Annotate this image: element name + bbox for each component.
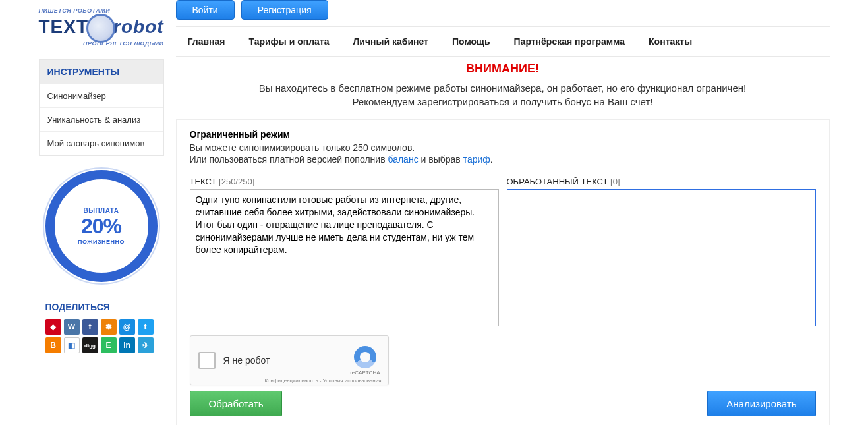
result-textarea[interactable] <box>507 189 816 326</box>
recaptcha-brand: reCAPTCHA <box>350 370 380 376</box>
analyze-button[interactable]: Анализировать <box>707 391 815 416</box>
source-label: ТЕКСТ [250/250] <box>190 177 499 186</box>
attention-block: ВНИМАНИЕ! Вы находитесь в бесплатном реж… <box>176 62 830 107</box>
share-ok-icon[interactable]: ✽ <box>101 319 117 335</box>
share-blogger-icon[interactable]: B <box>45 337 61 353</box>
mode-line-1: Вы можете синонимизировать только 250 си… <box>190 142 816 153</box>
result-counter: [0] <box>610 177 620 186</box>
logo-text-2: robot <box>113 16 164 37</box>
nav-help[interactable]: Помощь <box>440 27 502 56</box>
source-textarea[interactable] <box>190 189 499 326</box>
login-button[interactable]: Войти <box>176 0 235 20</box>
nav-account[interactable]: Личный кабинет <box>341 27 440 56</box>
brain-icon <box>86 14 115 43</box>
attention-line-1: Вы находитесь в бесплатном режиме работы… <box>176 82 830 94</box>
share-digg-icon[interactable]: digg <box>82 337 98 353</box>
sidebar-item-uniqueness[interactable]: Уникальность & анализ <box>40 107 163 131</box>
share-facebook-icon[interactable]: f <box>82 319 98 335</box>
process-button[interactable]: Обработать <box>190 391 283 416</box>
balance-link[interactable]: баланс <box>388 154 418 165</box>
sidebar-item-synonymizer[interactable]: Синонимайзер <box>40 84 163 107</box>
share-delicious-icon[interactable]: ◧ <box>64 337 80 353</box>
nav-pricing[interactable]: Тарифы и оплата <box>237 27 341 56</box>
attention-line-2: Рекомендуем зарегистрироваться и получит… <box>176 96 830 107</box>
badge-top-text: ВЫПЛАТА <box>83 207 119 214</box>
tariff-link[interactable]: тариф <box>463 154 490 165</box>
result-label: ОБРАБОТАННЫЙ ТЕКСТ [0] <box>507 177 816 186</box>
mode-line-2: Или пользоваться платной версией пополни… <box>190 154 816 165</box>
share-grid: ◆Wf✽@tB◧diggEin✈ <box>39 319 164 353</box>
share-vk-icon[interactable]: W <box>64 319 80 335</box>
mode-title: Ограниченный режим <box>190 129 816 140</box>
recaptcha-checkbox[interactable] <box>198 352 216 369</box>
nav-affiliate[interactable]: Партнёрская программа <box>502 27 637 56</box>
share-evernote-icon[interactable]: E <box>101 337 117 353</box>
recaptcha-logo-icon <box>354 346 376 368</box>
main-panel: Ограниченный режим Вы можете синонимизир… <box>176 119 830 425</box>
main-nav: Главная Тарифы и оплата Личный кабинет П… <box>176 26 830 57</box>
recaptcha-terms[interactable]: Конфиденциальность - Условия использован… <box>264 378 381 383</box>
recaptcha-widget: Я не робот reCAPTCHA Конфиденциальность … <box>190 335 389 385</box>
share-twitter-icon[interactable]: t <box>138 319 154 335</box>
share-header: ПОДЕЛИТЬСЯ <box>45 302 164 312</box>
sidebar-item-dictionary[interactable]: Мой словарь синонимов <box>40 131 163 155</box>
share-bookmark-icon[interactable]: ◆ <box>45 319 61 335</box>
affiliate-badge[interactable]: ВЫПЛАТА 20% ПОЖИЗНЕННО <box>45 170 158 282</box>
nav-contacts[interactable]: Контакты <box>637 27 704 56</box>
logo-text-1: TEXT <box>39 16 89 37</box>
badge-percent: 20% <box>81 214 121 239</box>
share-mailru-icon[interactable]: @ <box>119 319 135 335</box>
nav-home[interactable]: Главная <box>176 27 237 56</box>
attention-title: ВНИМАНИЕ! <box>176 62 830 76</box>
badge-bot-text: ПОЖИЗНЕННО <box>78 239 125 245</box>
share-linkedin-icon[interactable]: in <box>119 337 135 353</box>
sidebar-header: ИНСТРУМЕНТЫ <box>40 60 163 84</box>
recaptcha-label: Я не робот <box>223 355 351 366</box>
tools-sidebar: ИНСТРУМЕНТЫ Синонимайзер Уникальность & … <box>39 59 164 156</box>
logo-top-sub: ПИШЕТСЯ РОБОТАМИ <box>39 7 164 14</box>
source-counter: [250/250] <box>219 177 254 186</box>
register-button[interactable]: Регистрация <box>241 0 328 20</box>
share-telegram-icon[interactable]: ✈ <box>138 337 154 353</box>
